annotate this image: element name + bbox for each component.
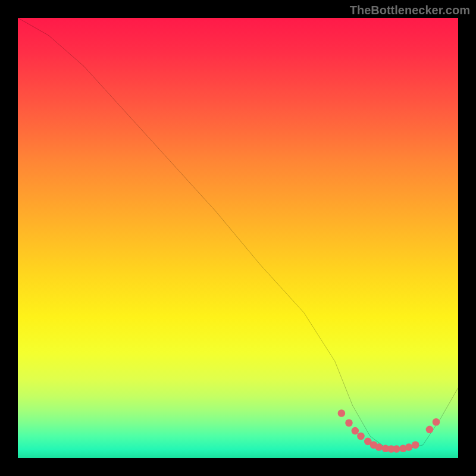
chart-marker xyxy=(393,445,400,453)
chart-marker xyxy=(412,441,419,449)
watermark-text: TheBottlenecker.com xyxy=(350,4,470,17)
chart-marker xyxy=(357,433,365,440)
chart-curve xyxy=(18,18,458,449)
chart-plot-area xyxy=(18,18,458,458)
chart-marker xyxy=(352,427,359,435)
chart-marker xyxy=(338,409,346,417)
chart-markers xyxy=(338,409,440,453)
chart-marker xyxy=(345,419,353,427)
chart-svg xyxy=(18,18,458,458)
chart-marker xyxy=(375,443,383,451)
chart-marker xyxy=(426,426,434,434)
chart-marker xyxy=(405,443,413,451)
chart-marker xyxy=(433,418,440,426)
